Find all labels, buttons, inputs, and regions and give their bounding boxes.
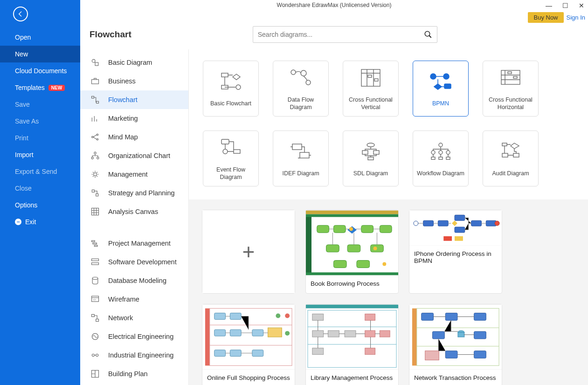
menu-save-as[interactable]: Save As: [0, 113, 80, 130]
template-book-borrowing[interactable]: Book Borrowing Process: [305, 210, 399, 294]
menu-export[interactable]: Export & Send: [0, 163, 80, 180]
search-icon: [424, 30, 432, 39]
menu-save[interactable]: Save: [0, 96, 80, 113]
cat-database[interactable]: Database Modeling: [80, 271, 188, 290]
menu-open[interactable]: Open: [0, 29, 80, 46]
cat-industrial[interactable]: Industrial Engineering: [80, 346, 188, 364]
cat-mindmap[interactable]: Mind Map: [80, 128, 188, 146]
svg-rect-92: [455, 227, 465, 233]
svg-point-86: [374, 247, 377, 250]
menu-print[interactable]: Print: [0, 130, 80, 146]
cat-label: Business: [108, 77, 136, 85]
tile-bpmn[interactable]: BPMN: [413, 61, 469, 117]
thumb-book-borrowing: [306, 210, 398, 275]
tile-data-flow[interactable]: Data Flow Diagram: [273, 61, 329, 117]
cat-building[interactable]: Building Plan: [80, 364, 188, 383]
industrial-icon: [90, 351, 100, 360]
menu-cloud-documents[interactable]: Cloud Documents: [0, 62, 80, 79]
cat-network[interactable]: Network: [80, 309, 188, 327]
plus-icon: +: [242, 239, 255, 264]
svg-rect-111: [230, 350, 241, 357]
flowchart-icon: [90, 95, 100, 104]
svg-rect-40: [361, 69, 380, 86]
svg-rect-105: [214, 313, 226, 320]
tile-cross-functional-vertical[interactable]: Cross Functional Vertical: [343, 61, 399, 117]
svg-point-87: [382, 262, 386, 266]
template-examples: +: [189, 199, 588, 385]
sdl-icon: [359, 140, 383, 163]
menu-import[interactable]: Import: [0, 146, 80, 163]
cat-label: Mind Map: [108, 133, 138, 141]
cat-project[interactable]: Project Management: [80, 234, 188, 253]
svg-rect-74: [306, 217, 311, 273]
menu-templates[interactable]: Templates NEW: [0, 79, 80, 96]
svg-rect-117: [306, 305, 398, 309]
dfd-icon: [289, 66, 313, 89]
cat-flowchart[interactable]: Flowchart: [80, 90, 188, 109]
cat-business[interactable]: Business: [80, 72, 188, 90]
svg-point-97: [495, 221, 499, 226]
svg-point-56: [367, 143, 374, 147]
menu-options[interactable]: Options: [0, 197, 80, 213]
cat-label: Marketing: [108, 115, 138, 122]
svg-marker-46: [434, 84, 442, 89]
svg-rect-76: [333, 225, 346, 233]
tile-sdl[interactable]: SDL Diagram: [343, 131, 399, 186]
template-blank[interactable]: +: [202, 210, 295, 294]
template-library-management[interactable]: Library Management Process: [305, 304, 399, 385]
shapes-icon: [90, 58, 100, 67]
svg-point-45: [443, 74, 449, 79]
close-button[interactable]: ✕: [579, 2, 584, 9]
cat-label: Organizational Chart: [108, 152, 170, 159]
menu-exit[interactable]: − Exit: [0, 213, 80, 230]
tile-workflow[interactable]: Workflow Diagram: [413, 131, 469, 186]
maximize-button[interactable]: ☐: [562, 2, 568, 9]
svg-rect-136: [422, 313, 434, 321]
svg-rect-138: [474, 313, 486, 321]
svg-rect-47: [444, 84, 451, 89]
cat-management[interactable]: Management: [80, 165, 188, 184]
tile-idef[interactable]: IDEF Diagram: [273, 131, 329, 186]
cf-horizontal-icon: [498, 66, 523, 89]
search-box[interactable]: [253, 26, 437, 43]
cat-software[interactable]: Software Development: [80, 253, 188, 271]
tile-cross-functional-horizontal[interactable]: Cross Functional Horizontal: [483, 61, 539, 117]
menu-close[interactable]: Close: [0, 180, 80, 197]
sign-in-link[interactable]: Sign In: [567, 14, 585, 21]
tile-label: Cross Functional Vertical: [343, 96, 398, 111]
menu-new[interactable]: New: [0, 46, 80, 62]
tile-label: Data Flow Diagram: [273, 96, 328, 111]
cat-wireframe[interactable]: </> Wireframe: [80, 290, 188, 309]
cat-orgchart[interactable]: Organizational Chart: [80, 146, 188, 165]
tile-event-flow[interactable]: Event Flow Diagram: [203, 131, 259, 186]
briefcase-icon: [90, 76, 100, 86]
svg-rect-15: [96, 194, 98, 196]
template-iphone-ordering[interactable]: IPhone Ordering Process in BPMN: [409, 210, 502, 294]
cat-basic-diagram[interactable]: Basic Diagram: [80, 53, 188, 72]
cat-analysis[interactable]: Analysis Canvas: [80, 202, 188, 221]
svg-rect-144: [458, 332, 464, 337]
svg-rect-54: [292, 144, 302, 150]
template-network-transaction[interactable]: Network Transaction Process: [409, 304, 502, 385]
cat-electrical[interactable]: Electrical Engineering: [80, 327, 188, 346]
svg-rect-65: [439, 157, 443, 159]
buy-now-button[interactable]: Buy Now: [528, 12, 563, 23]
template-online-shopping[interactable]: Online Full Shopping Process: [202, 304, 295, 385]
tile-audit[interactable]: Audit Diagram: [483, 131, 539, 186]
minimize-button[interactable]: —: [546, 2, 552, 9]
cat-marketing[interactable]: Marketing: [80, 109, 188, 128]
cat-strategy[interactable]: Strategy and Planning: [80, 184, 188, 202]
tile-basic-flowchart[interactable]: Basic Flowchart: [203, 61, 259, 117]
back-button[interactable]: [13, 7, 28, 21]
svg-rect-80: [347, 245, 360, 252]
svg-rect-108: [230, 330, 241, 336]
svg-rect-129: [380, 330, 390, 337]
idef-icon: [289, 140, 313, 163]
svg-rect-132: [412, 309, 417, 366]
svg-rect-127: [365, 314, 375, 321]
workflow-icon: [429, 140, 453, 163]
template-label: Library Management Process: [306, 370, 398, 385]
svg-point-96: [414, 221, 418, 226]
search-input[interactable]: [258, 31, 424, 38]
svg-rect-25: [92, 315, 95, 317]
